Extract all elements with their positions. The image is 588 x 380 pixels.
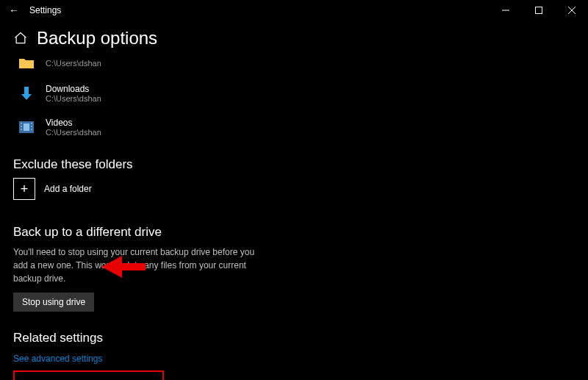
folder-path: C:\Users\dshan [46, 59, 101, 68]
svg-rect-11 [31, 129, 32, 130]
window-controls [489, 0, 588, 21]
drive-title: Back up to a different drive [13, 225, 588, 240]
svg-rect-8 [21, 129, 22, 130]
svg-rect-4 [24, 87, 29, 94]
related-title: Related settings [13, 331, 588, 345]
downloads-icon [18, 85, 35, 101]
content: Backup options C:\Users\dshan Downloads … [0, 21, 588, 380]
close-button[interactable] [555, 0, 588, 21]
minimize-button[interactable] [489, 0, 522, 21]
app-title: Settings [29, 5, 61, 15]
folder-path: C:\Users\dshan [46, 128, 101, 137]
svg-rect-1 [535, 7, 542, 14]
svg-rect-9 [31, 123, 32, 124]
titlebar-left: ← Settings [9, 4, 61, 16]
restore-link-highlight: Restore files from a current backup [13, 370, 164, 380]
folder-row[interactable]: Videos C:\Users\dshan [18, 113, 588, 141]
stop-using-drive-button[interactable]: Stop using drive [13, 293, 94, 312]
maximize-button[interactable] [522, 0, 555, 21]
folder-name: Downloads [46, 84, 101, 94]
folder-path: C:\Users\dshan [46, 94, 101, 103]
folder-row[interactable]: Downloads C:\Users\dshan [18, 79, 588, 107]
page-header: Backup options [13, 28, 588, 49]
add-folder-button[interactable]: + Add a folder [13, 178, 588, 200]
svg-rect-12 [24, 123, 29, 131]
folder-name: Videos [46, 118, 101, 128]
svg-rect-6 [21, 123, 22, 124]
videos-icon [18, 121, 35, 133]
folder-row[interactable]: C:\Users\dshan [18, 53, 588, 74]
home-icon[interactable] [13, 31, 28, 46]
svg-rect-7 [21, 126, 22, 127]
back-icon[interactable]: ← [9, 4, 19, 16]
drive-desc: You'll need to stop using your current b… [13, 245, 270, 285]
folder-icon [18, 57, 35, 69]
plus-icon: + [13, 178, 35, 200]
svg-rect-10 [31, 126, 32, 127]
exclude-title: Exclude these folders [13, 157, 588, 172]
advanced-settings-link[interactable]: See advanced settings [13, 354, 102, 364]
page-title: Backup options [37, 28, 157, 49]
titlebar: ← Settings [0, 0, 588, 21]
add-folder-label: Add a folder [44, 184, 92, 194]
